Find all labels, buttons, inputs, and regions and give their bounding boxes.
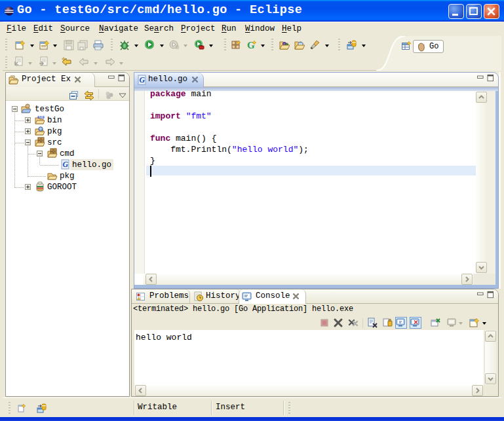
svg-text:G: G bbox=[140, 75, 145, 84]
svg-text:010: 010 bbox=[37, 115, 45, 120]
svg-text:G: G bbox=[63, 160, 69, 169]
